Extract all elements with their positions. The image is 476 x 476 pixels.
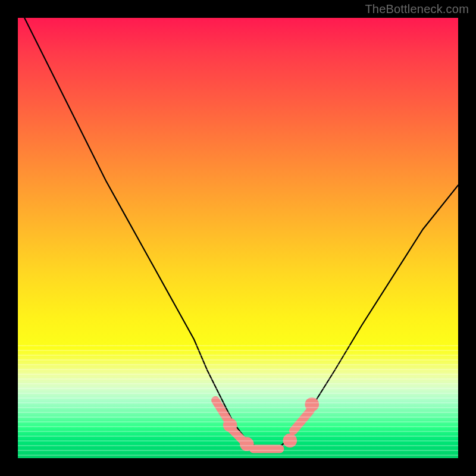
curve-marker	[283, 434, 298, 448]
watermark-text: TheBottleneck.com	[365, 2, 469, 16]
marker-group	[215, 397, 319, 451]
curve-marker-capsule	[293, 411, 311, 431]
curve-marker-capsule	[215, 400, 227, 419]
curve-marker	[305, 397, 320, 412]
plot-area	[18, 18, 458, 458]
chart-frame: TheBottleneck.com	[0, 0, 476, 476]
curve-marker-capsule	[231, 428, 243, 441]
curve-svg	[18, 18, 458, 458]
bottleneck-curve	[18, 5, 458, 449]
